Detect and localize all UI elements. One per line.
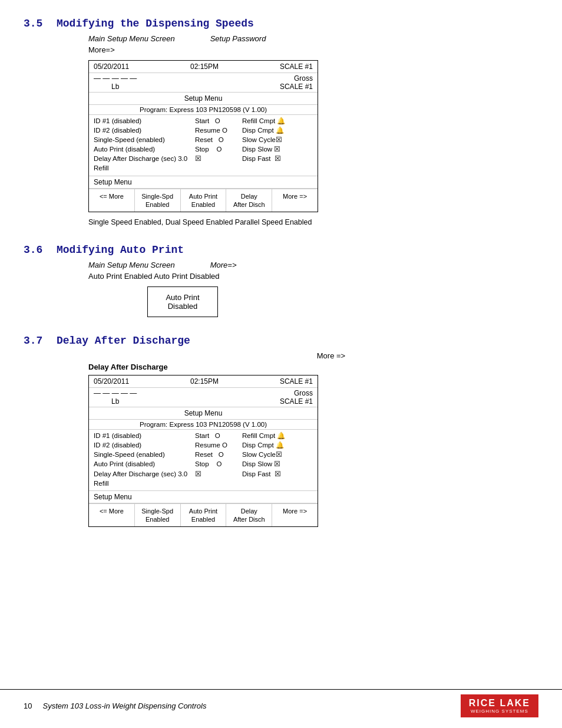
screen-dashes-3-7: — — — — — (94, 389, 137, 397)
btn-auto-print-3-7[interactable]: Auto PrintEnabled (181, 504, 227, 527)
btn-more-left-3-5[interactable]: <= More (89, 189, 135, 212)
btn-single-spd-3-7[interactable]: Single-SpdEnabled (135, 504, 181, 527)
screen-row-1: ID #2 (disabled) Resume O Disp Cmpt 🔔 (94, 126, 313, 135)
section-num-3-7: 3.7 (24, 335, 46, 347)
screen-gross-right-3-5: Gross SCALE #1 (280, 74, 313, 91)
screen-row2-2: Single-Speed (enabled) Reset O Slow Cycl… (94, 450, 313, 459)
screen-gross-3-5: — — — — — Lb Gross SCALE #1 (89, 73, 318, 93)
section-title-3-6: Modifying Auto Print (57, 244, 184, 256)
meta-screen-3-6: Main Setup Menu Screen (88, 261, 175, 269)
logo-text: RICE LAKE (469, 698, 530, 709)
screen-row-0: ID #1 (disabled) Start O Refill Cmpt 🔔 (94, 116, 313, 126)
delay-label-3-7: Delay After Discharge (88, 363, 538, 371)
screen-box-3-7: 05/20/2011 02:15PM SCALE #1 — — — — — Lb… (88, 375, 318, 527)
section-title-3-5: Modifying the Dispensing Speeds (57, 18, 254, 29)
btn-delay-3-5[interactable]: DelayAfter Disch (226, 189, 272, 212)
screen-scale-3-5: SCALE #1 (280, 62, 313, 71)
screen-bottom-menu-3-7: Setup Menu (89, 491, 318, 503)
screen-program-3-5: Program: Express 103 PN120598 (V 1.00) (89, 105, 318, 115)
footer-logo-box: RICE LAKE WEIGHING SYSTEMS (461, 694, 538, 717)
btn-more-right-3-7[interactable]: More => (272, 504, 318, 527)
btn-single-spd-3-5[interactable]: Single-SpdEnabled (135, 189, 181, 212)
section-3-6-content: Main Setup Menu Screen More=> Auto Print… (88, 261, 538, 317)
screen-top-3-5: 05/20/2011 02:15PM SCALE #1 (89, 61, 318, 73)
caption-3-5: Single Speed Enabled, Dual Speed Enabled… (88, 218, 538, 226)
section-title-3-7: Delay After Discharge (57, 335, 190, 347)
screen-time-3-7: 02:15PM (190, 377, 219, 386)
screen-gross-left-3-5: — — — — — Lb (94, 74, 137, 91)
section-header-3-7: 3.7 Delay After Discharge (24, 335, 538, 347)
meta-screen-3-5: Main Setup Menu Screen (88, 34, 175, 43)
screen-gross-left-3-7: — — — — — Lb (94, 389, 137, 406)
section-header-3-6: 3.6 Modifying Auto Print (24, 244, 538, 256)
screen-date-3-5: 05/20/2011 (94, 62, 129, 71)
screen-gross-label-3-7: Gross (294, 389, 313, 397)
btn-delay-3-7[interactable]: DelayAfter Disch (226, 504, 272, 527)
btn-auto-print-3-5[interactable]: Auto PrintEnabled (181, 189, 227, 212)
screen-row-3: Auto Print (disabled) Stop O Disp Slow ☒ (94, 144, 313, 154)
screen-date-3-7: 05/20/2011 (94, 377, 129, 386)
section-3-6: 3.6 Modifying Auto Print Main Setup Menu… (24, 244, 538, 317)
screen-content-3-5: ID #1 (disabled) Start O Refill Cmpt 🔔 I… (89, 115, 318, 176)
screen-gross-label-3-5: Gross (294, 74, 313, 83)
screen-buttons-3-5: <= More Single-SpdEnabled Auto PrintEnab… (89, 189, 318, 212)
screen-gross-right-3-7: Gross SCALE #1 (280, 389, 313, 406)
screen-dashes-3-5: — — — — — (94, 74, 137, 83)
screen-scale2-3-7: SCALE #1 (280, 397, 313, 406)
footer-left: 10 System 103 Loss-in Weight Dispensing … (24, 701, 206, 710)
screen-row2-0: ID #1 (disabled) Start O Refill Cmpt 🔔 (94, 431, 313, 440)
section-num-3-5: 3.5 (24, 18, 46, 29)
screen-time-3-5: 02:15PM (190, 62, 219, 71)
meta-right-3-5: Setup Password (210, 34, 266, 43)
screen-content-3-7: ID #1 (disabled) Start O Refill Cmpt 🔔 I… (89, 430, 318, 491)
screen-bottom-menu-3-5: Setup Menu (89, 176, 318, 189)
screen-row2-1: ID #2 (disabled) Resume O Disp Cmpt 🔔 (94, 440, 313, 450)
footer: 10 System 103 Loss-in Weight Dispensing … (0, 689, 562, 717)
footer-page: 10 (24, 701, 32, 710)
sub-lines-3-6: Auto Print Enabled Auto Print Disabled (88, 272, 538, 281)
footer-doc: System 103 Loss-in Weight Dispensing Con… (42, 701, 206, 710)
screen-lb-3-5: Lb (111, 83, 119, 91)
section-3-7-content: More => Delay After Discharge 05/20/2011… (88, 351, 538, 527)
screen-program-3-7: Program: Express 103 PN120598 (V 1.00) (89, 420, 318, 430)
meta-line-3-5: Main Setup Menu Screen Setup Password (88, 34, 538, 43)
section-3-5-content: Main Setup Menu Screen Setup Password Mo… (88, 34, 538, 226)
screen-setup-menu-3-7: Setup Menu (89, 407, 318, 420)
screen-buttons-3-7: <= More Single-SpdEnabled Auto PrintEnab… (89, 503, 318, 527)
screen-scale-3-7: SCALE #1 (280, 377, 313, 386)
screen-top-3-7: 05/20/2011 02:15PM SCALE #1 (89, 375, 318, 388)
screen-gross-3-7: — — — — — Lb Gross SCALE #1 (89, 388, 318, 407)
caption-text-3-5: Single Speed Enabled, Dual Speed Enabled… (88, 218, 312, 226)
screen-setup-menu-3-5: Setup Menu (89, 93, 318, 105)
screen-row-2: Single-Speed (enabled) Reset O Slow Cycl… (94, 135, 313, 144)
meta-more-3-5: More=> (88, 45, 538, 54)
screen-row-4: Delay After Discharge (sec) 3.0 Refill ☒… (94, 154, 313, 173)
screen-row2-3: Auto Print (disabled) Stop O Disp Slow ☒ (94, 459, 313, 469)
btn-more-left-3-7[interactable]: <= More (89, 504, 135, 527)
autoprint-box: Auto PrintDisabled (147, 286, 218, 317)
screen-lb-3-7: Lb (111, 397, 119, 406)
autoprint-box-wrapper: Auto PrintDisabled (147, 286, 538, 317)
meta-line-3-6: Main Setup Menu Screen More=> (88, 261, 538, 269)
section-3-7: 3.7 Delay After Discharge More => Delay … (24, 335, 538, 527)
screen-row2-4: Delay After Discharge (sec) 3.0 Refill ☒… (94, 469, 313, 488)
section-num-3-6: 3.6 (24, 244, 46, 256)
logo-sub: WEIGHING SYSTEMS (471, 709, 528, 714)
more-label-3-7: More => (124, 351, 538, 360)
section-3-5: 3.5 Modifying the Dispensing Speeds Main… (24, 18, 538, 226)
screen-box-3-5: 05/20/2011 02:15PM SCALE #1 — — — — — Lb… (88, 60, 318, 212)
section-header-3-5: 3.5 Modifying the Dispensing Speeds (24, 18, 538, 29)
meta-right-3-6: More=> (210, 261, 237, 269)
btn-more-right-3-5[interactable]: More => (272, 189, 318, 212)
screen-scale2-3-5: SCALE #1 (280, 83, 313, 91)
